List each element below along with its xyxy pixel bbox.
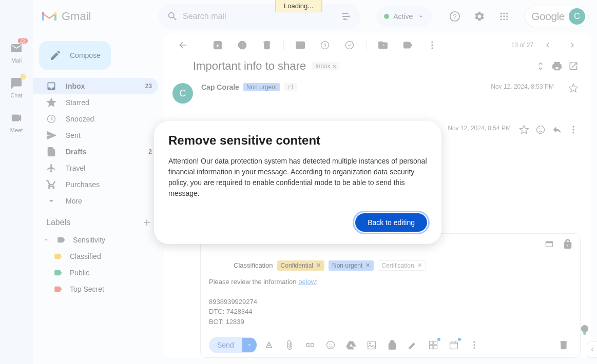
loading-banner: Loading... <box>275 0 322 12</box>
modal-title: Remove sensitive content <box>168 133 427 148</box>
modal-dialog: Remove sensitive content Attention! Our … <box>154 121 441 244</box>
back-to-editing-button[interactable]: Back to editing <box>355 213 427 232</box>
modal-body: Attention! Our data protection system ha… <box>168 156 427 199</box>
